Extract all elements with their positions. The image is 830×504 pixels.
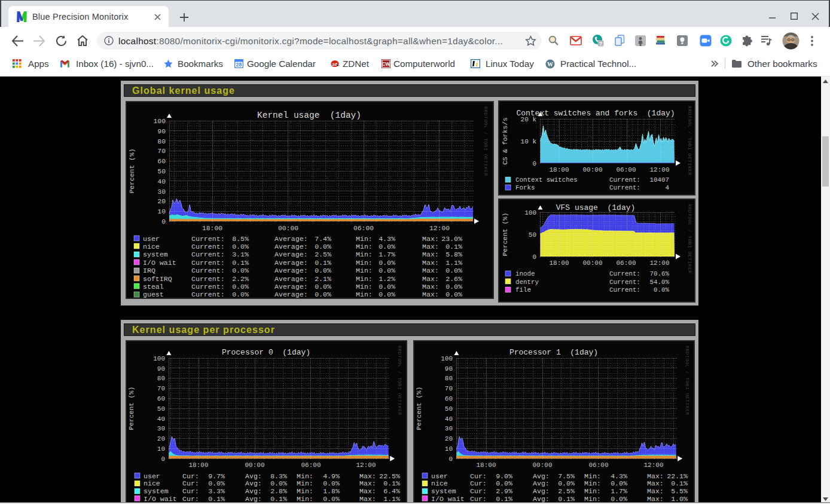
svg-text:Average:: Average: <box>274 243 308 251</box>
svg-text:Min:: Min: <box>584 487 601 495</box>
svg-text:0.1%: 0.1% <box>383 479 400 487</box>
svg-text:Current:: Current: <box>191 243 225 251</box>
svg-text:Avg:: Avg: <box>245 479 262 487</box>
svg-text:60: 60 <box>445 395 453 402</box>
svg-text:1.8%: 1.8% <box>323 487 340 495</box>
svg-text:40: 40 <box>157 416 165 423</box>
svg-text:0.1%: 0.1% <box>671 479 688 487</box>
svg-text:18:00: 18:00 <box>188 462 208 469</box>
svg-text:90: 90 <box>445 365 453 372</box>
svg-text:12:00: 12:00 <box>649 259 669 267</box>
svg-text:54.0%: 54.0% <box>650 279 670 286</box>
svg-text:18:00: 18:00 <box>549 166 569 173</box>
svg-text:2.5%: 2.5% <box>315 251 331 258</box>
svg-text:100: 100 <box>524 209 536 216</box>
svg-text:nice: nice <box>431 479 448 487</box>
svg-text:system: system <box>431 487 456 495</box>
svg-text:0.0%: 0.0% <box>315 243 331 251</box>
svg-text:12:00: 12:00 <box>649 166 669 173</box>
svg-text:1.7%: 1.7% <box>379 251 395 258</box>
svg-text:dentry: dentry <box>515 279 539 286</box>
svg-text:100: 100 <box>441 355 453 362</box>
svg-text:0.0%: 0.0% <box>379 259 395 267</box>
svg-text:Cur:: Cur: <box>470 487 487 495</box>
svg-text:RRDTOOL / TOBI OETIKER: RRDTOOL / TOBI OETIKER <box>687 204 692 274</box>
svg-text:12:00: 12:00 <box>643 462 663 469</box>
svg-text:0.0%: 0.0% <box>379 267 395 274</box>
svg-text:Max:: Max: <box>422 259 439 267</box>
svg-text:Min:: Min: <box>297 479 313 487</box>
svg-text:50: 50 <box>529 231 536 239</box>
svg-text:Cur:: Cur: <box>470 479 487 487</box>
svg-text:inode: inode <box>515 270 535 277</box>
svg-text:Avg:: Avg: <box>245 487 262 495</box>
svg-text:Max:: Max: <box>422 235 439 243</box>
svg-text:80: 80 <box>445 375 453 382</box>
svg-text:10: 10 <box>157 445 165 453</box>
svg-text:28: 28 <box>236 62 242 68</box>
svg-text:80: 80 <box>157 138 166 145</box>
svg-text:W: W <box>547 61 553 68</box>
svg-text:6.4%: 6.4% <box>383 487 400 495</box>
svg-text:70: 70 <box>157 385 165 392</box>
svg-text:0.0%: 0.0% <box>232 283 249 291</box>
svg-text:Min:: Min: <box>356 259 373 267</box>
svg-text:0.0%: 0.0% <box>379 291 395 298</box>
svg-text:Processor 0 (1day): Processor 0 (1day) <box>222 348 310 357</box>
svg-text:0.0%: 0.0% <box>445 283 462 291</box>
svg-text:30: 30 <box>157 188 166 196</box>
svg-text:2.5%: 2.5% <box>558 487 575 495</box>
svg-text:Average:: Average: <box>274 275 308 283</box>
svg-text:100: 100 <box>153 355 165 362</box>
svg-text:80: 80 <box>157 375 165 382</box>
svg-text:Max:: Max: <box>422 275 439 283</box>
svg-text:Percent (%): Percent (%) <box>416 387 423 430</box>
svg-text:10 k: 10 k <box>521 138 537 145</box>
svg-text:8.5%: 8.5% <box>232 235 249 243</box>
svg-text:3.3%: 3.3% <box>208 487 225 495</box>
svg-text:70: 70 <box>157 148 166 155</box>
svg-text:Percent (%): Percent (%) <box>128 387 135 430</box>
svg-text:00:00: 00:00 <box>245 462 264 469</box>
svg-text:06:00: 06:00 <box>616 259 636 267</box>
svg-text:60: 60 <box>157 158 166 165</box>
svg-text:50: 50 <box>445 405 453 413</box>
svg-text:RRDTOOL / TOBI OETIKER: RRDTOOL / TOBI OETIKER <box>687 106 692 176</box>
svg-text:06:00: 06:00 <box>616 166 636 173</box>
svg-text:Kernel usage (1day): Kernel usage (1day) <box>257 111 361 120</box>
svg-text:70: 70 <box>445 385 453 392</box>
svg-text:0.0%: 0.0% <box>315 283 331 291</box>
svg-text:CS & forks/s: CS & forks/s <box>502 117 509 164</box>
svg-text:12:00: 12:00 <box>356 462 376 469</box>
svg-text:nice: nice <box>143 243 160 251</box>
svg-text:0: 0 <box>161 218 166 225</box>
svg-text:Current:: Current: <box>191 291 225 298</box>
svg-text:Min:: Min: <box>356 251 373 258</box>
svg-text:Max:: Max: <box>647 487 664 495</box>
svg-text:0.0%: 0.0% <box>315 267 331 274</box>
svg-text:Current:: Current: <box>609 176 640 184</box>
svg-text:Current:: Current: <box>191 259 225 267</box>
svg-text:40: 40 <box>445 416 453 423</box>
svg-text:0.0%: 0.0% <box>611 479 627 487</box>
svg-text:Cur:: Cur: <box>182 487 199 495</box>
svg-text:06:00: 06:00 <box>588 462 608 469</box>
svg-text:06:00: 06:00 <box>353 225 374 232</box>
svg-text:Current:: Current: <box>191 283 225 291</box>
svg-text:0.0%: 0.0% <box>270 479 287 487</box>
svg-text:00:00: 00:00 <box>582 259 602 267</box>
svg-text:nice: nice <box>144 479 160 487</box>
svg-text:Max:: Max: <box>422 283 439 291</box>
svg-text:18:00: 18:00 <box>202 225 222 232</box>
svg-text:Min:: Min: <box>356 243 373 251</box>
svg-text:0: 0 <box>532 160 536 167</box>
svg-text:2.9%: 2.9% <box>496 487 512 495</box>
svg-text:file: file <box>515 286 531 294</box>
svg-text:06:00: 06:00 <box>301 462 321 469</box>
svg-text:5.8%: 5.8% <box>445 251 462 258</box>
svg-text:0.0%: 0.0% <box>232 243 249 251</box>
svg-text:0.1%: 0.1% <box>315 259 331 267</box>
svg-text:Max:: Max: <box>422 251 439 258</box>
svg-text:Current:: Current: <box>191 267 225 274</box>
svg-text:0.0%: 0.0% <box>445 291 462 298</box>
